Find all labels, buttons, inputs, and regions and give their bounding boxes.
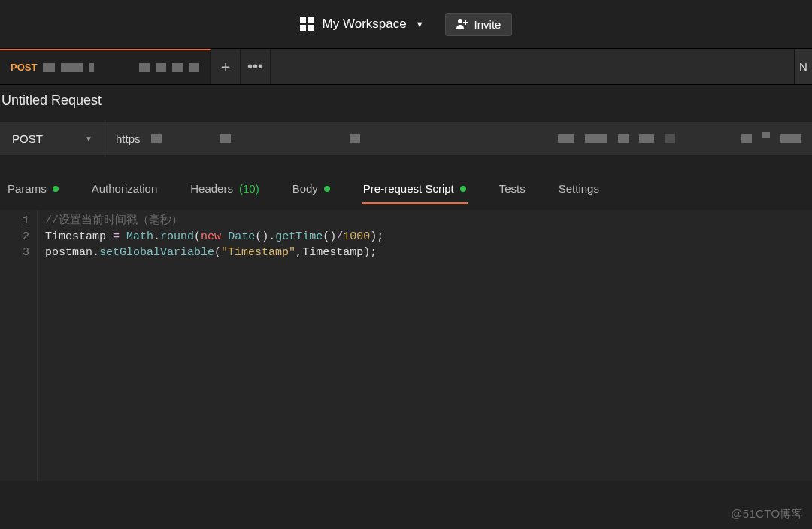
- right-panel-toggle[interactable]: N: [794, 49, 812, 84]
- svg-rect-3: [308, 25, 314, 31]
- code-line: //设置当前时间戳（毫秒）: [45, 213, 812, 229]
- tab-settings[interactable]: Settings: [557, 178, 601, 204]
- tab-label: Pre-request Script: [363, 182, 454, 195]
- request-title-row: Untitled Request: [0, 85, 812, 122]
- blurred-text: [139, 63, 150, 72]
- tab-params[interactable]: Params: [6, 178, 60, 204]
- chevron-down-icon: ▼: [85, 135, 92, 143]
- svg-rect-1: [308, 17, 314, 23]
- status-dot-icon: [324, 186, 330, 192]
- line-gutter: 1 2 3: [0, 210, 38, 481]
- url-input[interactable]: https: [105, 122, 812, 155]
- tab-authorization[interactable]: Authorization: [90, 178, 159, 204]
- tab-label: Tests: [499, 182, 526, 195]
- tab-label: Settings: [559, 182, 599, 195]
- blurred-text: [220, 134, 231, 143]
- code-line: Timestamp = Math.round(new Date().getTim…: [45, 229, 812, 245]
- tab-label: Headers: [190, 182, 233, 195]
- tabstrip: POST ＋ ••• N: [0, 49, 812, 85]
- method-select[interactable]: POST ▼: [0, 122, 105, 155]
- line-number: 1: [0, 213, 29, 229]
- blurred-text: [639, 134, 654, 143]
- blurred-text: [618, 134, 629, 143]
- status-dot-icon: [460, 186, 466, 192]
- url-text: https: [116, 132, 141, 145]
- blurred-text: [189, 63, 199, 72]
- tab-label: Body: [292, 182, 318, 195]
- method-value: POST: [12, 132, 43, 145]
- tab-body[interactable]: Body: [291, 178, 332, 204]
- blurred-text: [61, 63, 83, 72]
- watermark: @51CTO博客: [731, 507, 803, 521]
- tab-tests[interactable]: Tests: [498, 178, 527, 204]
- tab-method: POST: [11, 62, 37, 73]
- blurred-text: [350, 134, 360, 143]
- tab-prerequest-script[interactable]: Pre-request Script: [362, 178, 468, 204]
- tab-more-button[interactable]: •••: [241, 49, 271, 84]
- code-line: postman.setGlobalVariable("Timestamp",Ti…: [45, 245, 812, 260]
- blurred-text: [43, 63, 55, 72]
- workspace-selector[interactable]: My Workspace ▼: [300, 17, 424, 32]
- request-title[interactable]: Untitled Request: [2, 93, 807, 108]
- code-content[interactable]: //设置当前时间戳（毫秒）Timestamp = Math.round(new …: [38, 210, 812, 481]
- status-dot-icon: [53, 186, 59, 192]
- invite-button[interactable]: Invite: [445, 13, 513, 36]
- new-tab-button[interactable]: ＋: [211, 49, 241, 84]
- blurred-text: [156, 63, 166, 72]
- blurred-text: [585, 134, 607, 143]
- tab-label: Params: [8, 182, 47, 195]
- code-editor[interactable]: 1 2 3 //设置当前时间戳（毫秒）Timestamp = Math.roun…: [0, 210, 812, 481]
- svg-rect-2: [300, 25, 306, 31]
- workspace-name: My Workspace: [323, 17, 407, 32]
- url-row: POST ▼ https: [0, 122, 812, 155]
- blurred-text: [780, 134, 801, 143]
- svg-point-4: [458, 19, 462, 23]
- blurred-text: [665, 134, 675, 143]
- invite-icon: [456, 18, 468, 31]
- blurred-text: [741, 134, 752, 143]
- line-number: 2: [0, 229, 29, 245]
- headers-count: (10): [239, 182, 259, 195]
- blurred-text: [172, 63, 183, 72]
- svg-rect-0: [300, 17, 306, 23]
- topbar: My Workspace ▼ Invite: [0, 0, 812, 49]
- invite-label: Invite: [474, 18, 501, 31]
- request-subtabs: Params Authorization Headers (10) Body P…: [0, 178, 812, 210]
- tab-headers[interactable]: Headers (10): [189, 178, 260, 204]
- blurred-text: [89, 63, 94, 72]
- request-tab-active[interactable]: POST: [0, 49, 211, 84]
- grid-icon: [300, 17, 314, 31]
- chevron-down-icon: ▼: [416, 20, 424, 29]
- tab-label: Authorization: [92, 182, 158, 195]
- blurred-text: [558, 134, 574, 143]
- blurred-text: [151, 134, 162, 143]
- blurred-text: [762, 132, 770, 138]
- line-number: 3: [0, 245, 29, 260]
